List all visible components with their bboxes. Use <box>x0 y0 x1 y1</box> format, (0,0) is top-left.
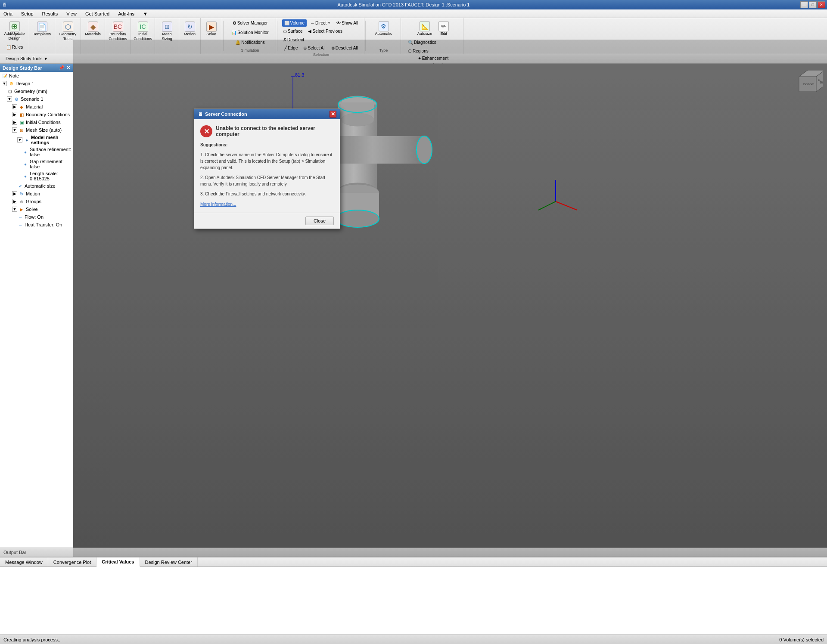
menu-oria[interactable]: Oria <box>2 10 14 17</box>
autosize-button[interactable]: 📐 Autosize <box>415 19 435 37</box>
groups-icon: ⊕ <box>19 198 25 204</box>
design1-expand[interactable]: ▼ <box>2 81 7 86</box>
edit-icon: ✏ <box>438 21 449 31</box>
initial-icon: IC <box>138 22 148 32</box>
groups-expand[interactable]: ▶ <box>12 199 17 204</box>
tree-item-geometry[interactable]: ⬡ Geometry (mm) <box>0 87 73 95</box>
volume-button[interactable]: ⬜ Volume <box>282 19 307 27</box>
note-icon: 📝 <box>2 73 8 79</box>
add-update-design-button[interactable]: ⊕ Add/UpdateDesign <box>2 19 28 43</box>
model-mesh-expand[interactable]: ▼ <box>17 137 22 142</box>
materials-icon: ◆ <box>88 22 98 32</box>
tree-item-solve[interactable]: ▼ ▶ Solve <box>0 205 73 213</box>
minimize-button[interactable]: — <box>800 1 808 8</box>
solve-expand[interactable]: ▼ <box>12 207 17 212</box>
show-all-button[interactable]: 👁 Show All <box>334 19 360 27</box>
material-expand[interactable]: ▶ <box>12 104 17 109</box>
tree-item-initial[interactable]: ▶ ▣ Initial Conditions <box>0 118 73 126</box>
modal-overlay: 🖥 Server Connection ✕ ✕ Unable to connec… <box>73 40 827 557</box>
tree-item-groups[interactable]: ▶ ⊕ Groups <box>0 198 73 205</box>
tree-item-material[interactable]: ▶ ◆ Material <box>0 103 73 111</box>
direct-button[interactable]: → Direct ▼ <box>308 19 333 27</box>
boundary-expand[interactable]: ▶ <box>12 112 17 117</box>
modal-close-button[interactable]: ✕ <box>330 111 336 118</box>
panel-close-button[interactable]: ✕ <box>66 65 70 71</box>
initial-expand[interactable]: ▶ <box>12 120 17 125</box>
length-scale-icon: ● <box>22 173 28 179</box>
mesh-expand[interactable]: ▼ <box>12 127 17 133</box>
solver-manager-button[interactable]: ⚙ Solver Manager <box>230 19 270 27</box>
menu-getstarted[interactable]: Get Started <box>84 10 111 17</box>
close-button[interactable]: ✕ <box>818 1 825 8</box>
panel-header: Design Study Bar 📌 ✕ <box>0 64 73 72</box>
design-study-tools-button[interactable]: Design Study Tools ▼ <box>3 56 51 62</box>
tree-item-boundary[interactable]: ▶ ◧ Boundary Conditions <box>0 111 73 118</box>
tab-critical-values[interactable]: Critical Values <box>96 557 140 567</box>
modal-suggestion-3: 3. Check the Firewall settings and netwo… <box>200 191 334 197</box>
tree-item-note[interactable]: 📝 Note <box>0 72 73 80</box>
edit-button[interactable]: ✏ Edit <box>436 19 451 37</box>
surface-button[interactable]: ▭ Surface <box>281 28 305 35</box>
rules-icon: 📋 <box>6 45 11 50</box>
server-connection-dialog[interactable]: 🖥 Server Connection ✕ ✕ Unable to connec… <box>194 108 340 229</box>
materials-button[interactable]: ◆ Materials <box>81 19 105 39</box>
modal-error-title: Unable to connect to the selected server… <box>216 125 334 137</box>
menu-view[interactable]: View <box>65 10 78 17</box>
auto-size-icon: ✔ <box>17 183 23 189</box>
tree-item-motion[interactable]: ▶ ↻ Motion <box>0 190 73 198</box>
boundary-icon: BC <box>113 22 123 32</box>
direct-dropdown[interactable]: ▼ <box>327 21 331 25</box>
scenario1-expand[interactable]: ▼ <box>7 96 12 102</box>
modal-title-bar: 🖥 Server Connection ✕ <box>194 109 340 119</box>
tree-item-design1[interactable]: ▼ ⚙ Design 1 <box>0 80 73 87</box>
tab-convergence-plot[interactable]: Convergence Plot <box>48 557 96 567</box>
output-content <box>0 567 827 635</box>
modal-close-btn[interactable]: Close <box>305 217 334 225</box>
menu-results[interactable]: Results <box>40 10 60 17</box>
automatic-button[interactable]: ⚙ Automatic <box>372 19 395 37</box>
tree-item-length-scale[interactable]: ● Length scale: 0.615025 <box>0 170 73 182</box>
more-information-link[interactable]: More information... <box>200 202 236 207</box>
menu-addins[interactable]: Add-Ins <box>116 10 136 17</box>
side-panel: Design Study Bar 📌 ✕ 📝 Note ▼ ⚙ Design 1… <box>0 64 73 548</box>
tab-design-review[interactable]: Design Review Center <box>140 557 198 567</box>
solution-monitor-icon: 📊 <box>231 30 236 35</box>
motion-expand[interactable]: ▶ <box>12 191 17 196</box>
motion-button[interactable]: ↻ Motion <box>178 19 202 39</box>
tree-item-model-mesh[interactable]: ▼ ● Model mesh settings <box>0 134 73 146</box>
select-previous-button[interactable]: ◀ Select Previous <box>306 28 344 35</box>
mesh-icon: ⊞ <box>162 22 172 32</box>
heat-icon: → <box>17 222 23 228</box>
menu-more[interactable]: ▼ <box>141 10 149 17</box>
scenario1-icon: ⚙ <box>13 96 19 102</box>
surface-ref-icon: ● <box>22 149 28 155</box>
design1-icon: ⚙ <box>8 80 14 87</box>
geometry-tree-icon: ⬡ <box>7 88 13 94</box>
menu-bar: Oria Setup Results View Get Started Add-… <box>0 9 827 18</box>
solve-button[interactable]: ▶ Solve <box>199 19 224 39</box>
tree-item-flow[interactable]: → Flow: On <box>0 213 73 221</box>
motion-icon: ↻ <box>185 22 195 32</box>
tab-message-window[interactable]: Message Window <box>0 557 48 567</box>
rules-button[interactable]: 📋 Rules <box>4 44 25 50</box>
output-panel: Message Window Convergence Plot Critical… <box>0 557 827 635</box>
window-controls[interactable]: — □ ✕ <box>800 1 825 8</box>
auto-label: Automatic <box>375 31 392 36</box>
initial-tree-icon: ▣ <box>19 119 25 125</box>
tree-item-surface-refinement[interactable]: ● Surface refinement: false <box>0 146 73 158</box>
tree-item-meshsize[interactable]: ▼ ⊞ Mesh Size (auto) <box>0 126 73 134</box>
tree-item-heat[interactable]: → Heat Transfer: On <box>0 221 73 229</box>
tree-item-gap-refinement[interactable]: ● Gap refinement: false <box>0 158 73 170</box>
panel-pin-button[interactable]: 📌 <box>59 65 65 71</box>
title-bar-icon: 🖥 <box>2 2 7 8</box>
tree-item-scenario1[interactable]: ▼ ⚙ Scenario 1 <box>0 95 73 103</box>
flow-icon: → <box>17 214 23 220</box>
menu-setup[interactable]: Setup <box>19 10 35 17</box>
dialog-title: Server Connection <box>205 111 247 117</box>
solution-monitor-button[interactable]: 📊 Solution Monitor <box>229 29 270 36</box>
tree-item-automatic-size[interactable]: ✔ Automatic size <box>0 182 73 190</box>
design-buttons-row: ⊕ Add/UpdateDesign <box>2 19 28 43</box>
templates-button[interactable]: 📄 Templates <box>30 19 54 39</box>
maximize-button[interactable]: □ <box>809 1 817 8</box>
add-design-label: Add/UpdateDesign <box>4 31 25 41</box>
